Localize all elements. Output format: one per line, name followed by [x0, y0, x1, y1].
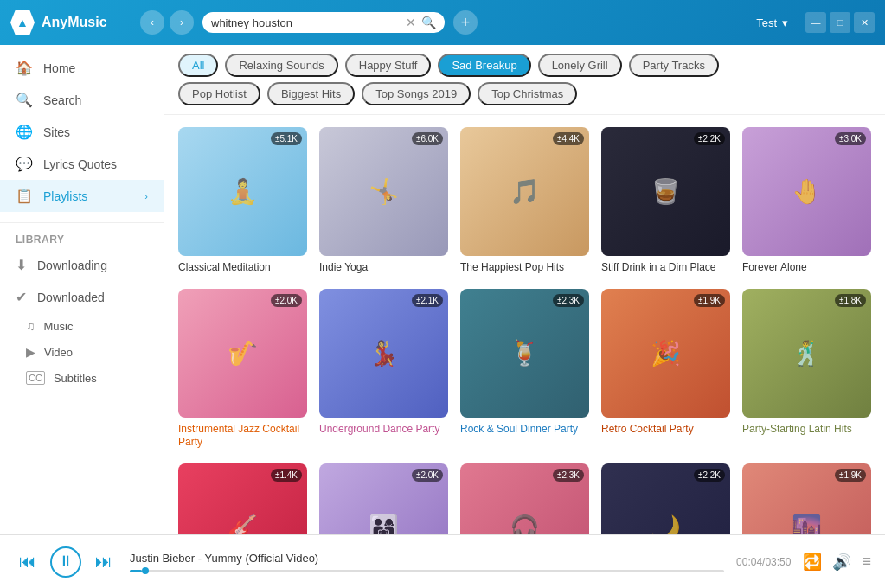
playlists-icon: 📋 — [16, 188, 33, 204]
filter-pop[interactable]: Pop Hotlist — [178, 82, 260, 105]
filter-happy[interactable]: Happy Stuff — [345, 54, 432, 77]
filter-top2019[interactable]: Top Songs 2019 — [362, 82, 471, 105]
content-area: All Relaxing Sounds Happy Stuff Sad Brea… — [164, 45, 885, 534]
card-thumb-latin-hits: 🕺 ±1.8K — [742, 289, 871, 418]
card-thumb-another-lonely: 🌙 ±2.2K — [601, 463, 730, 534]
player-track-title: Justin Bieber - Yummy (Official Video) — [130, 552, 724, 565]
sidebar-item-music-label: Music — [44, 320, 74, 333]
search-icon: 🔍 — [16, 92, 33, 108]
repeat-button[interactable]: 🔁 — [803, 553, 822, 572]
filter-biggest[interactable]: Biggest Hits — [267, 82, 355, 105]
queue-button[interactable]: ≡ — [862, 553, 871, 571]
card-title-indie-yoga: Indie Yoga — [319, 261, 448, 275]
sidebar-item-sites-label: Sites — [43, 125, 70, 139]
filter-christmas[interactable]: Top Christmas — [478, 82, 577, 105]
playlist-card-forever-alone[interactable]: 🤚 ±3.0K Forever Alone — [742, 127, 871, 275]
filter-all[interactable]: All — [178, 54, 218, 77]
card-figure-underground: 💃 — [319, 289, 448, 418]
user-menu[interactable]: Test ▾ — [756, 16, 788, 29]
sidebar-divider — [0, 222, 164, 223]
card-thumb-happiest-pop: 🎵 ±4.4K — [460, 127, 589, 256]
card-title-stiff-drink: Stiff Drink in a Dim Place — [601, 261, 730, 275]
playlist-card-rock-soul[interactable]: 🍹 ±2.3K Rock & Soul Dinner Party — [460, 289, 589, 450]
card-thumb-punk-party: 🎸 ±1.4K — [178, 463, 307, 534]
sidebar-item-music[interactable]: ♫ Music — [0, 313, 164, 339]
card-figure-indie-yoga: 🤸 — [319, 127, 448, 256]
sidebar-item-lyrics-label: Lyrics Quotes — [43, 157, 117, 171]
filter-relaxing[interactable]: Relaxing Sounds — [225, 54, 337, 77]
filter-sad[interactable]: Sad Breakup — [438, 54, 530, 77]
card-thumb-indie-yoga: 🤸 ±6.0K — [319, 127, 448, 256]
card-badge-midnight: ±1.9K — [835, 469, 866, 482]
card-badge-retro-cocktail: ±1.9K — [694, 294, 725, 307]
playlist-card-jazz-cocktail[interactable]: 🎷 ±2.0K Instrumental Jazz Cocktail Party — [178, 289, 307, 450]
playlist-card-reggaeton[interactable]: 👨‍👩‍👧 ±2.0K Family Approved Reggaeton Pa… — [319, 463, 448, 534]
filter-bar: All Relaxing Sounds Happy Stuff Sad Brea… — [164, 45, 885, 115]
card-thumb-jazz-cocktail: 🎷 ±2.0K — [178, 289, 307, 418]
playlist-card-underground[interactable]: 💃 ±2.1K Underground Dance Party — [319, 289, 448, 450]
progress-dot — [142, 567, 149, 574]
sidebar-item-video-label: Video — [44, 346, 73, 359]
progress-bar[interactable] — [130, 570, 724, 572]
back-button[interactable]: ‹ — [140, 10, 164, 35]
playlist-card-one-loneliest[interactable]: 🎧 ±2.3K One is the Loneliest Number — [460, 463, 589, 534]
downloaded-icon: ✔ — [16, 289, 27, 305]
playlist-card-punk-party[interactable]: 🎸 ±1.4K Punk Party — [178, 463, 307, 534]
playlist-card-indie-yoga[interactable]: 🤸 ±6.0K Indie Yoga — [319, 127, 448, 275]
playlist-card-latin-hits[interactable]: 🕺 ±1.8K Party-Starting Latin Hits — [742, 289, 871, 450]
card-thumb-midnight: 🌆 ±1.9K — [742, 463, 871, 534]
card-badge-underground: ±2.1K — [412, 294, 443, 307]
minimize-button[interactable]: — — [805, 12, 826, 33]
sidebar-item-downloading[interactable]: ⬇ Downloading — [0, 249, 164, 281]
prev-button[interactable]: ⏮ — [14, 548, 42, 576]
search-input[interactable] — [211, 16, 401, 29]
card-title-classical: Classical Meditation — [178, 261, 307, 275]
playlist-card-classical[interactable]: 🧘 ±5.1K Classical Meditation — [178, 127, 307, 275]
playlist-grid: 🧘 ±5.1K Classical Meditation 🤸 ±6.0K Ind… — [178, 127, 871, 534]
card-figure-rock-soul: 🍹 — [460, 289, 589, 418]
sidebar-item-playlists-label: Playlists — [43, 189, 87, 203]
card-badge-forever-alone: ±3.0K — [835, 132, 866, 145]
window-controls: — □ ✕ — [805, 12, 875, 33]
card-badge-rock-soul: ±2.3K — [553, 294, 584, 307]
player-time: 00:04/03:50 — [736, 556, 791, 568]
player-info: Justin Bieber - Yummy (Official Video) — [130, 552, 724, 572]
card-badge-latin-hits: ±1.8K — [835, 294, 866, 307]
card-title-underground: Underground Dance Party — [319, 423, 448, 437]
card-thumb-reggaeton: 👨‍👩‍👧 ±2.0K — [319, 463, 448, 534]
playlist-card-midnight[interactable]: 🌆 ±1.9K Midnight Melancholy — [742, 463, 871, 534]
sidebar-item-downloading-label: Downloading — [37, 259, 107, 272]
sidebar-item-downloaded[interactable]: ✔ Downloaded — [0, 281, 164, 313]
sidebar-item-subtitles[interactable]: CC Subtitles — [0, 365, 164, 391]
main-layout: 🏠 Home 🔍 Search 🌐 Sites 💬 Lyrics Quotes … — [0, 45, 885, 534]
playlist-card-another-lonely[interactable]: 🌙 ±2.2K Another Lonely Night — [601, 463, 730, 534]
card-image-forever-alone: 🤚 — [742, 127, 871, 256]
sidebar-item-playlists[interactable]: 📋 Playlists › — [0, 180, 164, 212]
sidebar-item-lyrics[interactable]: 💬 Lyrics Quotes — [0, 148, 164, 180]
card-badge-happiest-pop: ±4.4K — [553, 132, 584, 145]
sidebar-item-search[interactable]: 🔍 Search — [0, 84, 164, 116]
sidebar-item-video[interactable]: ▶ Video — [0, 339, 164, 365]
playlist-card-retro-cocktail[interactable]: 🎉 ±1.9K Retro Cocktail Party — [601, 289, 730, 450]
forward-button[interactable]: › — [170, 10, 194, 35]
search-clear-button[interactable]: ✕ — [406, 16, 416, 29]
card-image-jazz-cocktail: 🎷 — [178, 289, 307, 418]
card-image-happiest-pop: 🎵 — [460, 127, 589, 256]
card-title-latin-hits: Party-Starting Latin Hits — [742, 423, 871, 437]
playlist-card-stiff-drink[interactable]: 🥃 ±2.2K Stiff Drink in a Dim Place — [601, 127, 730, 275]
sidebar-item-home-label: Home — [43, 61, 75, 75]
search-submit-button[interactable]: 🔍 — [421, 16, 436, 29]
close-button[interactable]: ✕ — [854, 12, 875, 33]
sidebar-item-sites[interactable]: 🌐 Sites — [0, 116, 164, 148]
maximize-button[interactable]: □ — [830, 12, 850, 33]
card-thumb-forever-alone: 🤚 ±3.0K — [742, 127, 871, 256]
sidebar-item-home[interactable]: 🏠 Home — [0, 52, 164, 84]
add-tab-button[interactable]: + — [453, 10, 478, 35]
filter-lonely[interactable]: Lonely Grill — [538, 54, 622, 77]
volume-button[interactable]: 🔊 — [832, 553, 851, 572]
next-button[interactable]: ⏭ — [90, 548, 118, 576]
playlist-card-happiest-pop[interactable]: 🎵 ±4.4K The Happiest Pop Hits — [460, 127, 589, 275]
filter-party[interactable]: Party Tracks — [629, 54, 719, 77]
sidebar-item-search-label: Search — [43, 93, 81, 107]
pause-button[interactable]: ⏸ — [50, 546, 81, 578]
